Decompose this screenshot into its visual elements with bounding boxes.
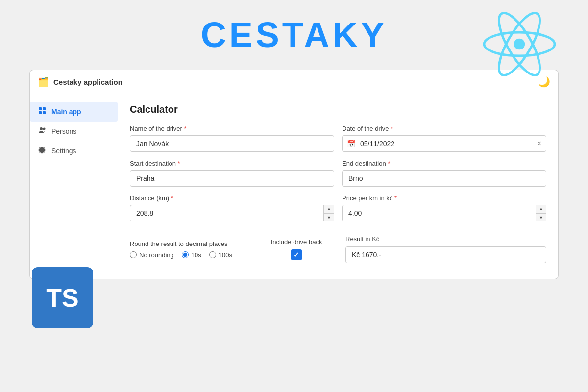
main-card: 🗂️ Cestaky application 🌙 Main app [29, 70, 559, 279]
app-header: CESTAKY [0, 0, 588, 65]
result-value: Kč 1670,- [345, 246, 546, 263]
result-section: Result in Kč Kč 1670,- [345, 235, 546, 263]
sidebar-item-persons-label: Persons [51, 127, 76, 135]
card-header-icon: 🗂️ [38, 76, 49, 87]
drive-back-label: Include drive back [271, 238, 322, 245]
result-label: Result in Kč [345, 235, 546, 243]
sidebar-item-main-app-label: Main app [51, 108, 81, 116]
sidebar-item-main-app[interactable]: Main app [30, 102, 118, 122]
calculator-title: Calculator [130, 104, 546, 115]
end-destination-label: End destination * [342, 160, 546, 167]
date-label: Date of the drive * [342, 125, 546, 132]
svg-point-8 [40, 127, 43, 130]
distance-spinners: ▲ ▼ [323, 205, 334, 221]
radio-100s-input[interactable] [209, 251, 216, 258]
distance-input[interactable] [130, 205, 334, 221]
grid-icon [38, 107, 47, 117]
card-header: 🗂️ Cestaky application 🌙 [30, 70, 558, 94]
distance-increment[interactable]: ▲ [324, 205, 334, 214]
radio-10s[interactable]: 10s [182, 251, 201, 259]
driver-name-group: Name of the driver * [130, 125, 334, 152]
required-star: * [184, 125, 187, 132]
sidebar-item-persons[interactable]: Persons [30, 122, 118, 141]
price-decrement[interactable]: ▼ [536, 214, 546, 222]
form-row-3: Distance (km) * ▲ ▼ Price per km in kč [130, 195, 546, 221]
sidebar-item-settings[interactable]: Settings [30, 141, 118, 161]
sidebar: Main app Persons [30, 94, 118, 279]
card-header-left: 🗂️ Cestaky application [38, 76, 122, 87]
required-star-4: * [388, 160, 390, 167]
sidebar-item-settings-label: Settings [51, 147, 76, 155]
svg-rect-6 [39, 111, 42, 114]
rounding-section: Round the result to decimal places No ro… [130, 240, 247, 259]
driver-name-label: Name of the driver * [130, 125, 334, 132]
start-destination-label: Start destination * [130, 160, 334, 167]
radio-10s-input[interactable] [182, 251, 189, 258]
svg-rect-5 [43, 107, 46, 110]
radio-no-rounding[interactable]: No rounding [130, 251, 174, 259]
price-group: Price per km in kč * ▲ ▼ [342, 195, 546, 221]
required-star-6: * [394, 195, 397, 202]
end-destination-group: End destination * [342, 160, 546, 187]
form-row-1: Name of the driver * Date of the drive *… [130, 125, 546, 152]
distance-input-wrapper: ▲ ▼ [130, 205, 334, 221]
price-label: Price per km in kč * [342, 195, 546, 202]
start-destination-group: Start destination * [130, 160, 334, 187]
required-star-2: * [391, 125, 393, 132]
radio-100s[interactable]: 100s [209, 251, 232, 259]
radio-no-rounding-input[interactable] [130, 251, 137, 258]
price-input[interactable] [342, 205, 546, 221]
distance-label: Distance (km) * [130, 195, 334, 202]
bottom-row: Round the result to decimal places No ro… [130, 229, 546, 269]
drive-back-section: Include drive back [267, 238, 326, 260]
date-input-wrapper: 📅 × [342, 135, 546, 152]
svg-rect-7 [43, 111, 46, 114]
app-title: CESTAKY [201, 15, 388, 55]
radio-group: No rounding 10s 100s [130, 251, 247, 259]
date-clear-button[interactable]: × [537, 139, 541, 148]
required-star-3: * [178, 160, 180, 167]
distance-decrement[interactable]: ▼ [324, 214, 334, 222]
date-group: Date of the drive * 📅 × [342, 125, 546, 152]
card-body: Main app Persons [30, 94, 558, 279]
svg-rect-4 [39, 107, 42, 110]
end-destination-input[interactable] [342, 170, 546, 187]
driver-name-input[interactable] [130, 135, 334, 152]
person-icon [38, 126, 47, 136]
ts-logo: TS [32, 267, 93, 328]
price-spinners: ▲ ▼ [536, 205, 546, 221]
gear-icon [38, 146, 47, 156]
drive-back-checkbox[interactable] [291, 249, 302, 260]
start-destination-input[interactable] [130, 170, 334, 187]
required-star-5: * [171, 195, 173, 202]
svg-point-9 [43, 128, 46, 130]
card-header-title: Cestaky application [53, 78, 122, 86]
main-content: Calculator Name of the driver * Date of … [118, 94, 558, 279]
calendar-icon: 📅 [347, 140, 355, 147]
rounding-label: Round the result to decimal places [130, 240, 247, 247]
form-row-2: Start destination * End destination * [130, 160, 546, 187]
distance-group: Distance (km) * ▲ ▼ [130, 195, 334, 221]
price-increment[interactable]: ▲ [536, 205, 546, 214]
date-input[interactable] [342, 135, 546, 152]
price-input-wrapper: ▲ ▼ [342, 205, 546, 221]
